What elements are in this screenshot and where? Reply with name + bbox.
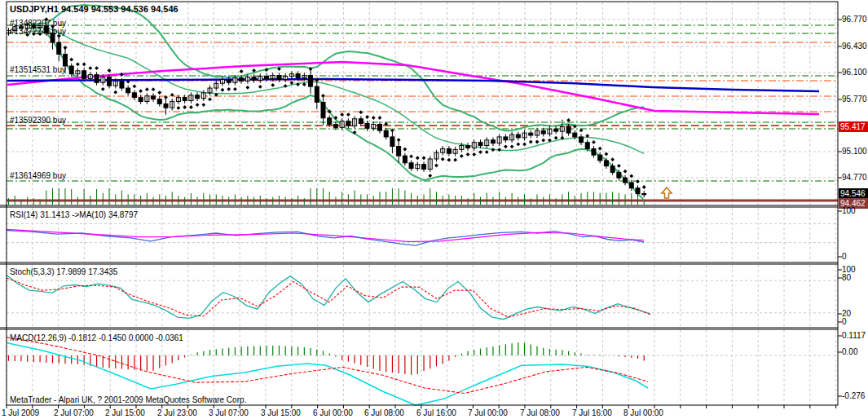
order-label: #13614969 buy <box>10 171 66 180</box>
rsi-axis-label: 100 <box>842 207 856 215</box>
time-axis-label: 7 Jul 00:00 <box>468 408 508 417</box>
price-axis-label: 95.770 <box>842 95 867 104</box>
time-axis-label: 3 Jul 15:00 <box>261 408 301 417</box>
time-axis-label: 6 Jul 08:00 <box>364 408 404 417</box>
price-axis-label: 95.100 <box>842 148 867 156</box>
macd-axis-label: 0.1117 <box>842 332 866 340</box>
macd-indicator-label: MACD(12,26,9) -0.1812 -0.1450 0.0000 -0.… <box>10 333 183 342</box>
time-axis-label: 2 Jul 07:00 <box>54 408 94 417</box>
rsi-axis-label: 0 <box>842 253 847 261</box>
price-axis-label: 96.430 <box>842 42 867 51</box>
mt4-chart-window: USDJPY,H1 94.549 94.553 94.536 94.546 RS… <box>0 0 868 419</box>
stoch-indicator-label: Stoch(5,3,3) 17.9899 17.3435 <box>10 267 117 276</box>
order-label: #13472246 buy <box>10 27 66 36</box>
price-axis-label: 96.100 <box>842 68 867 77</box>
chart-title: USDJPY,H1 94.549 94.553 94.536 94.546 <box>10 5 178 14</box>
time-axis-label: 2 Jul 23:00 <box>157 408 197 417</box>
macd-axis-label: 0.00 <box>842 348 857 356</box>
time-axis-label: 7 Jul 16:00 <box>572 408 612 417</box>
stoch-axis-label: 80 <box>842 274 851 282</box>
order-label: #13514531 buy <box>10 65 66 74</box>
price-axis-label: 96.770 <box>842 15 867 24</box>
time-axis-label: 1 Jul 2009 <box>2 408 39 417</box>
time-axis-label: 7 Jul 08:00 <box>520 408 560 417</box>
time-axis-label: 2 Jul 15:00 <box>105 408 145 417</box>
macd-axis-label: -0.276 <box>842 392 865 400</box>
rsi-indicator-label: RSI(14) 31.1413 ->MA(10) 34.8797 <box>10 210 138 219</box>
price-badge: 95.417 <box>839 121 868 132</box>
order-label: #13592390 buy <box>10 116 66 125</box>
chart-canvas[interactable] <box>0 0 868 419</box>
time-axis-label: 8 Jul 00:00 <box>623 408 663 417</box>
watermark: MetaTrader - Alpari UK, ? 2001-2009 Meta… <box>10 395 246 404</box>
price-axis-label: 94.770 <box>842 174 867 182</box>
time-axis-label: 6 Jul 00:00 <box>313 408 353 417</box>
time-axis-label: 3 Jul 07:00 <box>209 408 249 417</box>
stoch-axis-label: 0 <box>842 318 847 326</box>
time-axis-label: 6 Jul 16:00 <box>416 408 456 417</box>
